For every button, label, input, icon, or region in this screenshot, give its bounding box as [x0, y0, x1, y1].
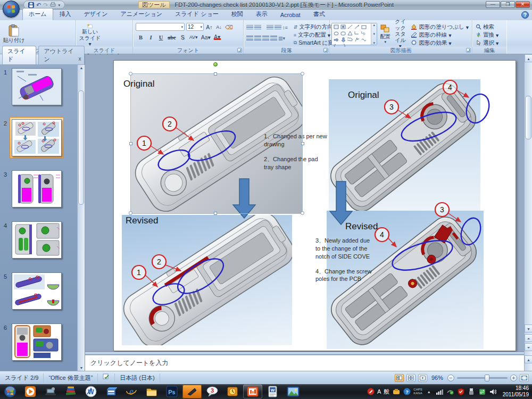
align-center-icon[interactable] [254, 36, 261, 41]
columns-icon[interactable]: ▥▾ [278, 36, 285, 41]
taskbar-clock[interactable]: 18:46 2011/05/19 [503, 385, 529, 398]
fit-to-window-button[interactable] [520, 374, 529, 382]
tab-review[interactable]: 校閲 [225, 8, 250, 20]
font-color-button[interactable]: A▾ [213, 33, 221, 40]
align-left-icon[interactable] [246, 36, 253, 41]
indent-decrease-icon[interactable] [267, 25, 273, 30]
next-slide-button[interactable]: ⏷ [525, 343, 532, 351]
word-icon[interactable]: W [263, 385, 282, 398]
bold-button[interactable]: B [137, 33, 145, 41]
slide-canvas[interactable]: Original Revised Original Revised [113, 60, 516, 351]
zoom-out-button[interactable]: − [447, 375, 454, 381]
zoom-in-button[interactable]: + [510, 375, 517, 381]
selection-handle-n[interactable] [214, 72, 217, 76]
new-slide-button[interactable]: 新しいスライド ▾ [78, 23, 102, 48]
cube-app-icon[interactable] [102, 385, 121, 398]
slide-thumbnail-6[interactable]: 6 [12, 323, 62, 361]
internet-explorer-icon[interactable]: e [122, 385, 141, 398]
shape-outline-button[interactable]: 図形の枠線 ▾ [409, 31, 470, 39]
library-books-icon[interactable] [61, 385, 80, 398]
outlook-icon[interactable] [223, 385, 242, 398]
normal-view-button[interactable] [395, 374, 404, 382]
notes-changes-3-4[interactable]: 3、Newly added due to the change of the n… [315, 237, 372, 290]
label-original-top-left[interactable]: Original [123, 79, 155, 89]
ime-alpha-indicator[interactable]: A [377, 388, 381, 395]
notes-app-icon[interactable]: W [81, 385, 101, 398]
usb-device-icon[interactable] [468, 388, 476, 396]
panel-close-icon[interactable]: x [77, 56, 83, 62]
tab-format[interactable]: 書式 [307, 8, 331, 20]
indent-increase-icon[interactable] [275, 25, 281, 30]
minimize-button[interactable]: — [486, 1, 500, 8]
ime-pen-icon[interactable] [367, 388, 375, 396]
slide-thumbnail-5[interactable]: 5 [12, 272, 62, 310]
slides-panel-scroll-thumb[interactable] [78, 90, 84, 205]
messenger-icon[interactable]: 3 [203, 385, 222, 398]
shrink-font-button[interactable]: A↓ [215, 23, 223, 31]
select-button[interactable]: 選択 ▾ [474, 39, 500, 47]
notes-changes-1-2[interactable]: 1、Changed as per new drawing 2、Changed t… [264, 132, 328, 178]
selection-handle-w[interactable] [129, 142, 132, 145]
strikethrough-button[interactable]: abc [167, 33, 177, 41]
shadow-button[interactable]: S [179, 33, 187, 41]
selection-handle-nw[interactable] [129, 72, 132, 76]
paragraph-dialog-launcher[interactable] [323, 48, 328, 53]
font-size-combo[interactable]: 12▾ [186, 23, 204, 31]
slide-sorter-view-button[interactable] [406, 374, 415, 382]
notes-scroll-up-icon[interactable]: ▲ [525, 355, 532, 363]
main-scroll-thumb[interactable] [525, 96, 531, 139]
paste-button[interactable]: 貼り付け [2, 22, 26, 46]
help-tray-icon[interactable]: ? [403, 388, 411, 396]
shapes-gallery[interactable]: ▲▼▼ [331, 23, 377, 45]
tab-home[interactable]: ホーム [22, 8, 53, 20]
slide-thumbnail-2-selected[interactable]: 2 [12, 119, 62, 156]
slide-thumbnail-3[interactable]: 3 [12, 170, 62, 207]
help-button[interactable]: ? [521, 11, 529, 19]
slides-panel-scrollbar[interactable]: ▲ ▼ [77, 65, 85, 371]
arrange-button[interactable]: 配置▾ [379, 22, 391, 46]
ime-mode-indicator[interactable]: 般 [384, 388, 389, 396]
label-original-top-right[interactable]: Original [348, 90, 379, 101]
powerpoint-taskbar-button[interactable] [243, 385, 262, 398]
tab-view[interactable]: 表示 [250, 8, 274, 20]
notes-pane[interactable]: クリックしてノートを入力 [85, 355, 524, 371]
tab-acrobat[interactable]: Acrobat [274, 10, 307, 20]
italic-button[interactable]: I [147, 33, 155, 41]
tab-animation[interactable]: アニメーション [114, 8, 169, 20]
drawing-dialog-launcher[interactable] [466, 48, 471, 53]
scroll-down-icon[interactable]: ▼ [525, 325, 532, 332]
zoom-slider-thumb[interactable] [485, 375, 489, 381]
selection-handle-s[interactable] [214, 212, 217, 215]
tab-insert[interactable]: 挿入 [53, 8, 78, 20]
replace-button[interactable]: 置換 ▾ [474, 31, 500, 39]
restore-button[interactable]: ❐ [501, 1, 515, 8]
bullets-icon[interactable] [246, 25, 253, 30]
rotate-handle[interactable] [213, 62, 218, 66]
zoom-level[interactable]: 96% [431, 375, 443, 381]
security-shield-icon[interactable] [457, 388, 465, 396]
justify-icon[interactable] [270, 36, 277, 41]
laptop-utility-icon[interactable] [41, 385, 60, 398]
find-button[interactable]: 検索 [474, 23, 500, 31]
office-button[interactable] [3, 1, 20, 18]
selection-handle-se[interactable] [301, 211, 304, 215]
photo-viewer-icon[interactable] [284, 385, 303, 398]
explorer-folder-icon[interactable] [142, 385, 161, 398]
sync-status-icon[interactable] [446, 388, 454, 396]
active-flashing-app[interactable] [182, 385, 202, 398]
photoshop-icon[interactable]: Ps [162, 385, 181, 398]
change-case-button[interactable]: Aa▾ [201, 33, 211, 41]
grow-font-button[interactable]: A↑ [205, 23, 213, 31]
font-dialog-launcher[interactable] [237, 48, 242, 53]
slide-thumbnail-1[interactable]: 1 [12, 68, 62, 105]
figure-revised-cover[interactable] [122, 215, 292, 345]
quick-styles-button[interactable]: クイックスタイル ▾ [393, 22, 407, 46]
selection-handle-sw[interactable] [129, 211, 132, 215]
selection-handle-ne[interactable] [301, 72, 304, 76]
align-right-icon[interactable] [262, 36, 269, 41]
underline-button[interactable]: U [157, 33, 165, 41]
tab-slides[interactable]: スライド [2, 46, 36, 64]
label-revised-bottom-left[interactable]: Revised [126, 215, 158, 226]
spellcheck-indicator[interactable] [98, 373, 115, 383]
network-signal-icon[interactable] [436, 388, 444, 396]
